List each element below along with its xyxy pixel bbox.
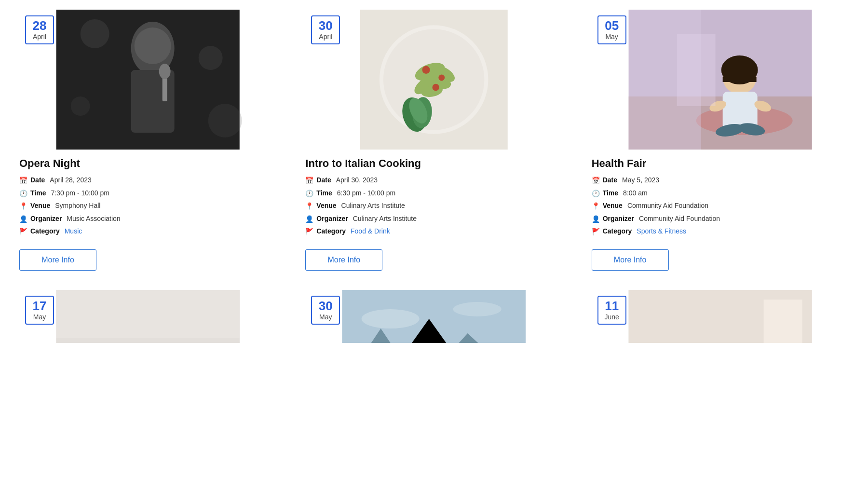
detail-organizer: 👤 Organizer Community Aid Foundation	[592, 214, 849, 224]
detail-time: 🕐 Time 6:30 pm - 10:00 pm	[305, 189, 562, 199]
organizer-value: Community Aid Foundation	[639, 214, 720, 224]
time-value: 8:00 am	[623, 189, 648, 198]
more-info-button-opera-night[interactable]: More Info	[19, 249, 96, 271]
svg-rect-39	[56, 290, 240, 343]
cooking-image	[305, 10, 562, 150]
detail-date: 📅 Date April 30, 2023	[305, 176, 562, 186]
event-day: 11	[604, 300, 620, 312]
time-label: Time	[603, 189, 618, 198]
svg-rect-58	[763, 300, 802, 343]
detail-organizer: 👤 Organizer Culinary Arts Institute	[305, 214, 562, 224]
venue-label: Venue	[603, 201, 623, 211]
flag-icon: 🚩	[19, 227, 27, 237]
category-label: Category	[30, 227, 60, 236]
date-label: Date	[603, 176, 617, 185]
date-badge-may30: 30 May	[311, 296, 340, 325]
detail-category: 🚩 Category Food & Drink	[305, 227, 562, 237]
svg-point-50	[362, 309, 420, 328]
location-icon: 📍	[305, 202, 313, 211]
location-icon: 📍	[19, 202, 27, 211]
organizer-label: Organizer	[316, 214, 348, 224]
detail-venue: 📍 Venue Culinary Arts Institute	[305, 201, 562, 211]
svg-rect-3	[131, 70, 175, 133]
svg-rect-37	[677, 34, 715, 106]
event-image-wrapper-health: 05 May	[592, 10, 849, 150]
health-fair-image	[592, 10, 849, 150]
date-label: Date	[316, 176, 331, 185]
date-badge-opera-night: 28 April	[25, 15, 54, 44]
person-icon: 👤	[592, 215, 600, 224]
event-day: 28	[32, 19, 47, 32]
event-month: May	[604, 33, 620, 41]
event-card-may30: 30 May	[305, 290, 562, 351]
organizer-value: Music Association	[67, 214, 120, 224]
person-icon: 👤	[305, 215, 313, 224]
svg-point-4	[135, 27, 171, 64]
event-card-opera-night: 28 April Opera Night 📅 Date April 28, 20…	[19, 10, 276, 271]
category-value[interactable]: Music	[65, 227, 82, 236]
svg-rect-30	[722, 77, 756, 82]
event-day: 30	[318, 19, 333, 32]
date-value: April 28, 2023	[50, 176, 91, 185]
event-image-wrapper-cooking: 30 April	[305, 10, 562, 150]
category-value[interactable]: Food & Drink	[351, 227, 390, 236]
time-label: Time	[316, 189, 332, 198]
detail-organizer: 👤 Organizer Music Association	[19, 214, 276, 224]
date-label: Date	[30, 176, 45, 185]
event-card-health-fair: 05 May Health Fair 📅 Date May 5, 2023 🕐 …	[592, 10, 849, 271]
svg-point-20	[439, 75, 445, 81]
jun11-image	[592, 290, 849, 343]
detail-category: 🚩 Category Music	[19, 227, 276, 237]
flag-icon: 🚩	[305, 227, 313, 237]
calendar-icon: 📅	[592, 176, 600, 186]
event-card-may17: 17 May	[19, 290, 276, 351]
event-title-health: Health Fair	[592, 157, 849, 170]
svg-point-10	[208, 104, 242, 137]
event-month: April	[32, 33, 47, 41]
organizer-value: Culinary Arts Institute	[353, 214, 417, 224]
organizer-label: Organizer	[30, 214, 62, 224]
may17-image	[19, 290, 276, 343]
svg-point-19	[422, 66, 430, 74]
event-image-wrapper-may30: 30 May	[305, 290, 562, 343]
date-badge-may17: 17 May	[25, 296, 54, 325]
event-card-jun11: 11 June	[592, 290, 849, 351]
category-label: Category	[603, 227, 632, 236]
event-details-health: 📅 Date May 5, 2023 🕐 Time 8:00 am 📍 Venu…	[592, 176, 849, 240]
event-title-cooking: Intro to Italian Cooking	[305, 157, 562, 170]
svg-point-6	[159, 64, 171, 79]
event-month: April	[318, 33, 333, 41]
detail-venue: 📍 Venue Community Aid Foundation	[592, 201, 849, 211]
date-badge-cooking: 30 April	[311, 15, 340, 44]
detail-date: 📅 Date May 5, 2023	[592, 176, 849, 186]
venue-value: Community Aid Foundation	[627, 201, 708, 211]
date-badge-health: 05 May	[597, 15, 626, 44]
event-title-opera-night: Opera Night	[19, 157, 276, 170]
event-month: June	[604, 313, 620, 321]
event-month: May	[318, 313, 333, 321]
venue-label: Venue	[316, 201, 336, 211]
category-value[interactable]: Sports & Fitness	[637, 227, 686, 236]
flag-icon: 🚩	[592, 227, 600, 237]
clock-icon: 🕐	[305, 189, 313, 199]
event-details-opera-night: 📅 Date April 28, 2023 🕐 Time 7:30 pm - 1…	[19, 176, 276, 240]
svg-point-8	[199, 46, 223, 70]
svg-point-51	[453, 302, 502, 316]
event-card-italian-cooking: 30 April Intro to Italian Cooking 📅 Date…	[305, 10, 562, 271]
date-value: April 30, 2023	[336, 176, 378, 185]
date-value: May 5, 2023	[622, 176, 659, 185]
venue-label: Venue	[30, 201, 50, 211]
detail-venue: 📍 Venue Symphony Hall	[19, 201, 276, 211]
date-badge-jun11: 11 June	[597, 296, 626, 325]
clock-icon: 🕐	[592, 189, 600, 199]
clock-icon: 🕐	[19, 189, 27, 199]
svg-point-21	[433, 84, 440, 91]
more-info-button-health[interactable]: More Info	[592, 249, 669, 271]
detail-date: 📅 Date April 28, 2023	[19, 176, 276, 186]
event-image-wrapper: 28 April	[19, 10, 276, 150]
svg-rect-43	[56, 338, 240, 343]
category-label: Category	[316, 227, 346, 236]
calendar-icon: 📅	[19, 176, 27, 186]
venue-value: Culinary Arts Institute	[341, 201, 405, 211]
more-info-button-cooking[interactable]: More Info	[305, 249, 382, 271]
